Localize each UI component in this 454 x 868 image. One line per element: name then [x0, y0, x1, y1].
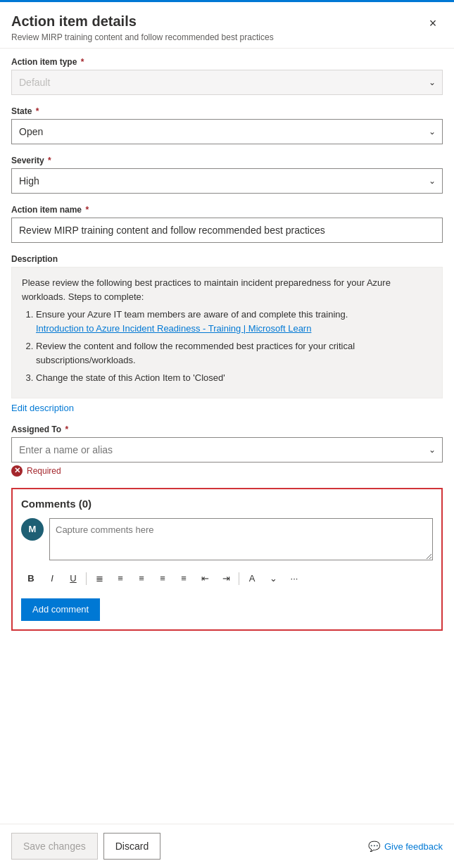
justify-button[interactable]: ≡ — [174, 569, 194, 589]
required-error-text: Required — [27, 466, 61, 476]
action-item-type-wrapper: Default ⌄ — [11, 70, 443, 95]
bold-button[interactable]: B — [21, 569, 41, 589]
panel-title: Action item details — [11, 13, 443, 30]
give-feedback-link[interactable]: 💬 Give feedback — [368, 841, 443, 852]
description-field: Description Please review the following … — [11, 254, 443, 413]
state-field: State * Open Closed In Progress ⌄ — [11, 106, 443, 144]
align-center-button[interactable]: ≡ — [132, 569, 151, 589]
action-item-type-field: Action item type * Default ⌄ — [11, 57, 443, 95]
decrease-indent-button[interactable]: ⇤ — [195, 569, 215, 589]
align-left-button[interactable]: ≣ — [89, 569, 109, 589]
action-item-name-input[interactable] — [11, 218, 443, 243]
required-error: ✕ Required — [11, 465, 443, 477]
comment-input-area: M — [21, 518, 433, 560]
required-marker: * — [36, 106, 39, 116]
description-step-2: Review the content and follow the recomm… — [36, 339, 432, 367]
severity-wrapper: High Medium Low ⌄ — [11, 168, 443, 194]
description-content: Please review the following best practic… — [11, 267, 443, 398]
panel-footer: Save changes Discard 💬 Give feedback — [0, 824, 454, 868]
footer-actions: Save changes Discard — [11, 833, 160, 860]
save-changes-button[interactable]: Save changes — [11, 833, 98, 860]
edit-description-link[interactable]: Edit description — [11, 403, 74, 413]
description-step-3: Change the state of this Action Item to … — [36, 371, 432, 385]
training-link[interactable]: Introduction to Azure Incident Readiness… — [36, 323, 311, 334]
increase-indent-button[interactable]: ⇥ — [216, 569, 236, 589]
align-right-button[interactable]: ≡ — [153, 569, 172, 589]
assigned-to-label: Assigned To * — [11, 424, 443, 434]
severity-select[interactable]: High Medium Low — [11, 168, 443, 194]
required-marker: * — [81, 57, 84, 67]
feedback-icon: 💬 — [368, 841, 380, 852]
toolbar-separator-2 — [239, 572, 239, 585]
close-button[interactable]: × — [423, 13, 443, 33]
action-item-type-label: Action item type * — [11, 57, 443, 67]
action-item-panel: Action item details Review MIRP training… — [0, 0, 454, 868]
assigned-to-wrapper: ⌄ — [11, 437, 443, 463]
assigned-to-field: Assigned To * ⌄ ✕ Required — [11, 424, 443, 477]
required-marker: * — [85, 205, 89, 215]
required-marker: * — [65, 424, 68, 434]
list-ordered-button[interactable]: ≡ — [111, 569, 130, 589]
state-select[interactable]: Open Closed In Progress — [11, 119, 443, 144]
comments-title: Comments (0) — [21, 498, 433, 510]
discard-button[interactable]: Discard — [103, 833, 160, 860]
action-item-type-select[interactable]: Default — [11, 70, 443, 95]
action-item-name-field: Action item name * — [11, 205, 443, 243]
font-size-chevron[interactable]: ⌄ — [263, 569, 283, 589]
more-options-button[interactable]: ··· — [284, 569, 304, 589]
comment-textarea[interactable] — [49, 518, 433, 560]
severity-label: Severity * — [11, 156, 443, 165]
state-wrapper: Open Closed In Progress ⌄ — [11, 119, 443, 144]
description-label: Description — [11, 254, 443, 264]
error-icon: ✕ — [11, 465, 23, 477]
underline-button[interactable]: U — [63, 569, 83, 589]
panel-subtitle: Review MIRP training content and follow … — [11, 32, 443, 42]
comment-toolbar: B I U ≣ ≡ ≡ ≡ ≡ ⇤ ⇥ A ⌄ ··· — [21, 566, 433, 591]
severity-field: Severity * High Medium Low ⌄ — [11, 156, 443, 194]
italic-button[interactable]: I — [42, 569, 62, 589]
description-steps: Ensure your Azure IT team members are aw… — [22, 308, 432, 385]
toolbar-separator — [86, 572, 87, 585]
description-intro: Please review the following best practic… — [22, 277, 391, 302]
add-comment-button[interactable]: Add comment — [21, 598, 100, 621]
required-marker: * — [48, 156, 51, 165]
panel-content: Action item type * Default ⌄ State * Ope… — [0, 49, 454, 824]
feedback-label: Give feedback — [384, 841, 443, 852]
font-size-button[interactable]: A — [242, 569, 262, 589]
action-item-name-label: Action item name * — [11, 205, 443, 215]
avatar: M — [21, 518, 44, 541]
state-label: State * — [11, 106, 443, 116]
assigned-to-input[interactable] — [11, 437, 443, 463]
comments-section: Comments (0) M B I U ≣ ≡ ≡ ≡ ≡ ⇤ ⇥ A ⌄ · — [11, 488, 443, 631]
panel-header: Action item details Review MIRP training… — [0, 2, 454, 49]
description-step-1: Ensure your Azure IT team members are aw… — [36, 308, 432, 335]
